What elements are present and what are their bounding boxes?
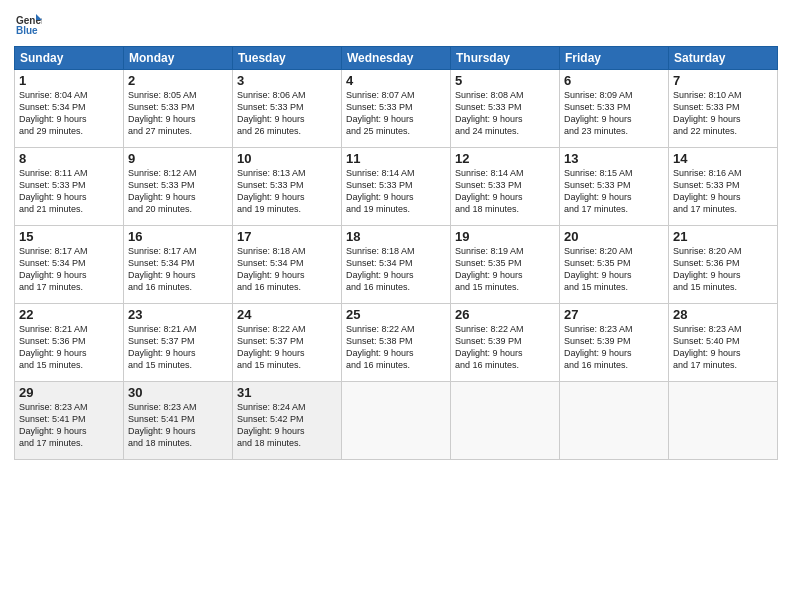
cell-info: Sunrise: 8:13 AM Sunset: 5:33 PM Dayligh… (237, 167, 337, 216)
cell-info: Sunrise: 8:20 AM Sunset: 5:35 PM Dayligh… (564, 245, 664, 294)
table-row: 5Sunrise: 8:08 AM Sunset: 5:33 PM Daylig… (451, 70, 560, 148)
day-number: 13 (564, 151, 664, 166)
table-row: 29Sunrise: 8:23 AM Sunset: 5:41 PM Dayli… (15, 382, 124, 460)
cell-info: Sunrise: 8:19 AM Sunset: 5:35 PM Dayligh… (455, 245, 555, 294)
day-number: 30 (128, 385, 228, 400)
day-number: 14 (673, 151, 773, 166)
cell-info: Sunrise: 8:20 AM Sunset: 5:36 PM Dayligh… (673, 245, 773, 294)
day-number: 15 (19, 229, 119, 244)
col-header-wednesday: Wednesday (342, 47, 451, 70)
table-row: 14Sunrise: 8:16 AM Sunset: 5:33 PM Dayli… (669, 148, 778, 226)
day-number: 5 (455, 73, 555, 88)
col-header-tuesday: Tuesday (233, 47, 342, 70)
table-row: 20Sunrise: 8:20 AM Sunset: 5:35 PM Dayli… (560, 226, 669, 304)
table-row: 26Sunrise: 8:22 AM Sunset: 5:39 PM Dayli… (451, 304, 560, 382)
col-header-monday: Monday (124, 47, 233, 70)
day-number: 7 (673, 73, 773, 88)
cell-info: Sunrise: 8:18 AM Sunset: 5:34 PM Dayligh… (237, 245, 337, 294)
table-row: 28Sunrise: 8:23 AM Sunset: 5:40 PM Dayli… (669, 304, 778, 382)
day-number: 16 (128, 229, 228, 244)
table-row: 10Sunrise: 8:13 AM Sunset: 5:33 PM Dayli… (233, 148, 342, 226)
table-row: 4Sunrise: 8:07 AM Sunset: 5:33 PM Daylig… (342, 70, 451, 148)
table-row: 21Sunrise: 8:20 AM Sunset: 5:36 PM Dayli… (669, 226, 778, 304)
cell-info: Sunrise: 8:17 AM Sunset: 5:34 PM Dayligh… (19, 245, 119, 294)
cell-info: Sunrise: 8:16 AM Sunset: 5:33 PM Dayligh… (673, 167, 773, 216)
cell-info: Sunrise: 8:22 AM Sunset: 5:39 PM Dayligh… (455, 323, 555, 372)
table-row: 24Sunrise: 8:22 AM Sunset: 5:37 PM Dayli… (233, 304, 342, 382)
day-number: 29 (19, 385, 119, 400)
cell-info: Sunrise: 8:12 AM Sunset: 5:33 PM Dayligh… (128, 167, 228, 216)
day-number: 2 (128, 73, 228, 88)
day-number: 18 (346, 229, 446, 244)
logo: General Blue (14, 10, 46, 38)
table-row: 3Sunrise: 8:06 AM Sunset: 5:33 PM Daylig… (233, 70, 342, 148)
day-number: 1 (19, 73, 119, 88)
table-row: 27Sunrise: 8:23 AM Sunset: 5:39 PM Dayli… (560, 304, 669, 382)
day-number: 28 (673, 307, 773, 322)
cell-info: Sunrise: 8:09 AM Sunset: 5:33 PM Dayligh… (564, 89, 664, 138)
table-row: 31Sunrise: 8:24 AM Sunset: 5:42 PM Dayli… (233, 382, 342, 460)
cell-info: Sunrise: 8:10 AM Sunset: 5:33 PM Dayligh… (673, 89, 773, 138)
col-header-thursday: Thursday (451, 47, 560, 70)
day-number: 31 (237, 385, 337, 400)
day-number: 6 (564, 73, 664, 88)
cell-info: Sunrise: 8:21 AM Sunset: 5:36 PM Dayligh… (19, 323, 119, 372)
cell-info: Sunrise: 8:05 AM Sunset: 5:33 PM Dayligh… (128, 89, 228, 138)
day-number: 10 (237, 151, 337, 166)
table-row: 8Sunrise: 8:11 AM Sunset: 5:33 PM Daylig… (15, 148, 124, 226)
day-number: 26 (455, 307, 555, 322)
day-number: 25 (346, 307, 446, 322)
cell-info: Sunrise: 8:14 AM Sunset: 5:33 PM Dayligh… (346, 167, 446, 216)
day-number: 4 (346, 73, 446, 88)
cell-info: Sunrise: 8:14 AM Sunset: 5:33 PM Dayligh… (455, 167, 555, 216)
table-row (451, 382, 560, 460)
table-row: 25Sunrise: 8:22 AM Sunset: 5:38 PM Dayli… (342, 304, 451, 382)
day-number: 23 (128, 307, 228, 322)
table-row: 2Sunrise: 8:05 AM Sunset: 5:33 PM Daylig… (124, 70, 233, 148)
cell-info: Sunrise: 8:21 AM Sunset: 5:37 PM Dayligh… (128, 323, 228, 372)
cell-info: Sunrise: 8:23 AM Sunset: 5:41 PM Dayligh… (19, 401, 119, 450)
table-row (560, 382, 669, 460)
col-header-friday: Friday (560, 47, 669, 70)
cell-info: Sunrise: 8:23 AM Sunset: 5:40 PM Dayligh… (673, 323, 773, 372)
day-number: 12 (455, 151, 555, 166)
table-row: 22Sunrise: 8:21 AM Sunset: 5:36 PM Dayli… (15, 304, 124, 382)
table-row: 16Sunrise: 8:17 AM Sunset: 5:34 PM Dayli… (124, 226, 233, 304)
table-row: 15Sunrise: 8:17 AM Sunset: 5:34 PM Dayli… (15, 226, 124, 304)
day-number: 21 (673, 229, 773, 244)
cell-info: Sunrise: 8:11 AM Sunset: 5:33 PM Dayligh… (19, 167, 119, 216)
table-row (342, 382, 451, 460)
cell-info: Sunrise: 8:15 AM Sunset: 5:33 PM Dayligh… (564, 167, 664, 216)
calendar-table: SundayMondayTuesdayWednesdayThursdayFrid… (14, 46, 778, 460)
day-number: 27 (564, 307, 664, 322)
table-row: 1Sunrise: 8:04 AM Sunset: 5:34 PM Daylig… (15, 70, 124, 148)
table-row (669, 382, 778, 460)
cell-info: Sunrise: 8:24 AM Sunset: 5:42 PM Dayligh… (237, 401, 337, 450)
day-number: 9 (128, 151, 228, 166)
day-number: 8 (19, 151, 119, 166)
table-row: 23Sunrise: 8:21 AM Sunset: 5:37 PM Dayli… (124, 304, 233, 382)
col-header-saturday: Saturday (669, 47, 778, 70)
logo-icon: General Blue (14, 10, 42, 38)
table-row: 19Sunrise: 8:19 AM Sunset: 5:35 PM Dayli… (451, 226, 560, 304)
table-row: 9Sunrise: 8:12 AM Sunset: 5:33 PM Daylig… (124, 148, 233, 226)
cell-info: Sunrise: 8:06 AM Sunset: 5:33 PM Dayligh… (237, 89, 337, 138)
cell-info: Sunrise: 8:07 AM Sunset: 5:33 PM Dayligh… (346, 89, 446, 138)
table-row: 11Sunrise: 8:14 AM Sunset: 5:33 PM Dayli… (342, 148, 451, 226)
cell-info: Sunrise: 8:22 AM Sunset: 5:38 PM Dayligh… (346, 323, 446, 372)
table-row: 13Sunrise: 8:15 AM Sunset: 5:33 PM Dayli… (560, 148, 669, 226)
cell-info: Sunrise: 8:04 AM Sunset: 5:34 PM Dayligh… (19, 89, 119, 138)
table-row: 7Sunrise: 8:10 AM Sunset: 5:33 PM Daylig… (669, 70, 778, 148)
cell-info: Sunrise: 8:17 AM Sunset: 5:34 PM Dayligh… (128, 245, 228, 294)
cell-info: Sunrise: 8:08 AM Sunset: 5:33 PM Dayligh… (455, 89, 555, 138)
table-row: 12Sunrise: 8:14 AM Sunset: 5:33 PM Dayli… (451, 148, 560, 226)
table-row: 6Sunrise: 8:09 AM Sunset: 5:33 PM Daylig… (560, 70, 669, 148)
page-header: General Blue (14, 10, 778, 38)
table-row: 30Sunrise: 8:23 AM Sunset: 5:41 PM Dayli… (124, 382, 233, 460)
day-number: 17 (237, 229, 337, 244)
day-number: 3 (237, 73, 337, 88)
day-number: 22 (19, 307, 119, 322)
cell-info: Sunrise: 8:22 AM Sunset: 5:37 PM Dayligh… (237, 323, 337, 372)
cell-info: Sunrise: 8:23 AM Sunset: 5:41 PM Dayligh… (128, 401, 228, 450)
cell-info: Sunrise: 8:18 AM Sunset: 5:34 PM Dayligh… (346, 245, 446, 294)
